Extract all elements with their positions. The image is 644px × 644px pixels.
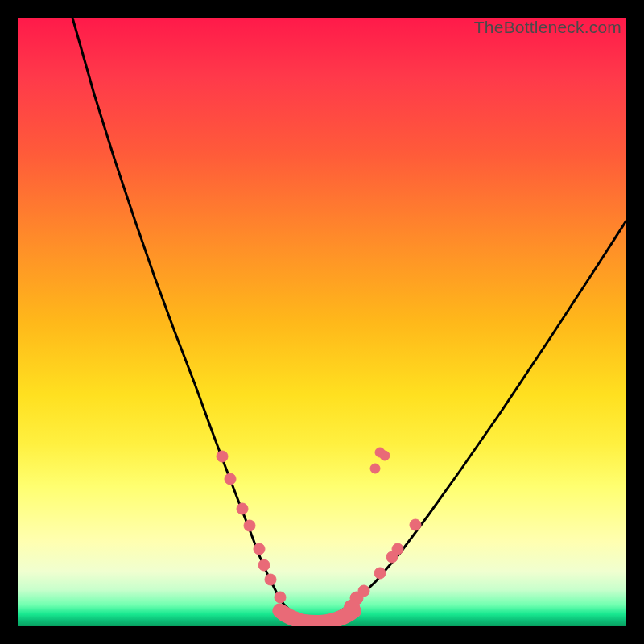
curve-marker bbox=[380, 451, 390, 460]
curve-marker bbox=[237, 503, 248, 514]
curve-marker bbox=[265, 574, 276, 585]
curve-marker bbox=[374, 568, 386, 579]
curve-marker bbox=[370, 464, 380, 473]
curve-marker bbox=[275, 592, 286, 603]
curve-marker bbox=[217, 451, 228, 462]
curve-markers bbox=[217, 448, 421, 605]
bottleneck-curve bbox=[72, 18, 626, 617]
chart-svg bbox=[18, 18, 626, 626]
curve-marker bbox=[392, 543, 403, 555]
curve-marker bbox=[254, 543, 265, 555]
curve-marker bbox=[358, 585, 369, 597]
curve-marker bbox=[258, 559, 270, 571]
curve-marker bbox=[225, 473, 236, 485]
curve-marker bbox=[410, 519, 421, 530]
curve-marker bbox=[244, 520, 255, 531]
curve-bottom-blob bbox=[279, 607, 354, 622]
plot-area: TheBottleneck.com bbox=[18, 18, 626, 626]
chart-container: TheBottleneck.com bbox=[0, 0, 644, 644]
